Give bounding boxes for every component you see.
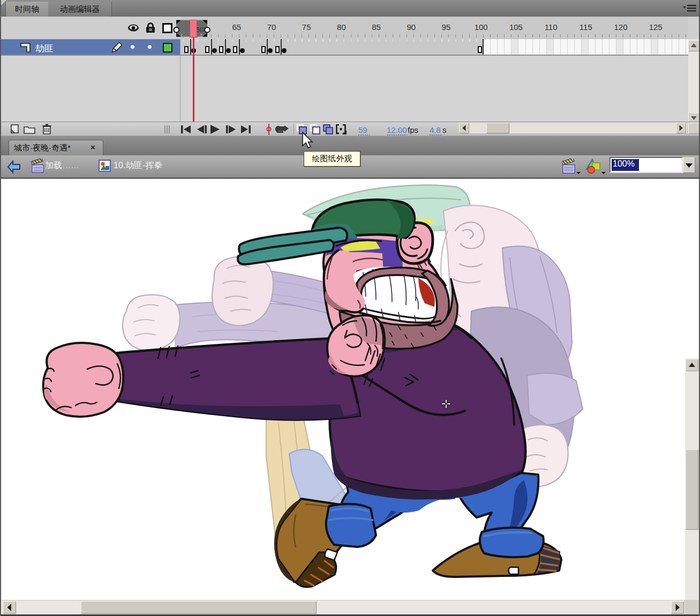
svg-text:60: 60 bbox=[195, 26, 204, 34]
